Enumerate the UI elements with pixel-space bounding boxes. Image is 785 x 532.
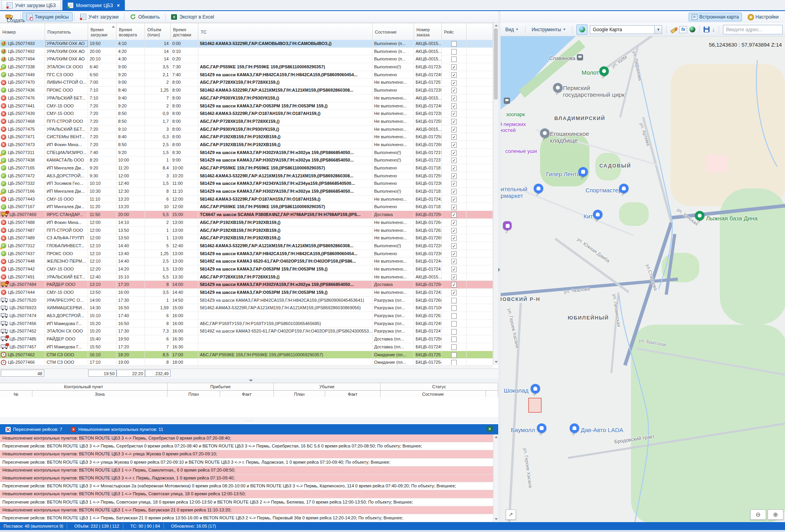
trip-checkbox[interactable] — [451, 344, 457, 350]
table-row[interactable]: ЦБ-25077472АБЗ-ДОРСТРОЙ...9:3012:00310:2… — [0, 172, 493, 180]
trip-checkbox[interactable] — [451, 205, 457, 210]
alert-message[interactable]: Невыполнение контрольных пунктов: BETON … — [0, 450, 498, 458]
toolbar-button-3[interactable]: Учёт загрузки — [76, 12, 122, 21]
save-icon[interactable] — [704, 26, 710, 32]
table-row[interactable]: ЦБ-25077436ПРОКС ООО7:108:401,258:005814… — [0, 86, 493, 94]
alert-message[interactable]: Невыполнение контрольных пунктов: BETON … — [0, 490, 498, 498]
trip-checkbox[interactable] — [451, 80, 457, 86]
trip-checkbox[interactable] — [451, 298, 457, 303]
alert-message[interactable]: Пересечение рейсов: BETON ROUTE ЦБЗ 3 <-… — [0, 442, 498, 450]
table-row[interactable]: ЦБ-25077449ПГС СЗ ООО6:509:202,17:405814… — [0, 71, 493, 79]
table-row[interactable]: ЦБ-25077448ЖЕЛЕЗНО ПЕРМ...12:1014:402,51… — [0, 258, 493, 265]
toolbar-button-4[interactable]: Обновить — [126, 12, 164, 21]
trip-checkbox[interactable] — [451, 336, 457, 342]
table-row[interactable]: ЦБ-25077456ИП Мамедова Г...15:2016:50816… — [0, 320, 493, 328]
column-header-4[interactable]: Времявозврата — [117, 23, 145, 40]
trip-checkbox[interactable] — [451, 72, 457, 78]
table-row[interactable]: ЦБ-25077473ИП Фокин Миха...7:208:502,58:… — [0, 141, 493, 149]
scroll-up-icon[interactable] — [495, 436, 498, 438]
trip-checkbox[interactable] — [451, 352, 457, 358]
shop-pin-dav-avto[interactable] — [570, 423, 579, 433]
chevron-right-icon[interactable] — [498, 268, 500, 272]
export-excel-icon[interactable]: X — [487, 426, 493, 432]
table-row[interactable]: ЦБ-25077462СТМ СЗ ООО16:1018:208,517:00А… — [0, 351, 493, 359]
station-icon[interactable] — [577, 54, 583, 60]
trip-checkbox[interactable] — [451, 158, 457, 163]
panel-splitter[interactable]: ..... — [0, 417, 498, 423]
trip-checkbox[interactable] — [451, 165, 457, 171]
table-row[interactable]: ЦБ-25077338ЭТАЛОН СК ООО6:409:003,57:30А… — [0, 63, 493, 71]
tab-uchet-zagruzki[interactable]: Учёт загрузки ЦБЗ — [2, 0, 61, 10]
tab-monitoring[interactable]: Мониторинг ЦБЗ × — [62, 0, 125, 10]
chevron-down-icon[interactable]: ▼ — [654, 26, 662, 34]
table-row[interactable]: ЦБ-25077485РАЙДЕР ООО15:4019:50616:30Дос… — [0, 335, 493, 343]
toolbar-button-2[interactable]: Текущие рейсы — [23, 12, 73, 21]
trip-checkbox[interactable] — [451, 305, 457, 311]
trip-checkbox[interactable] — [451, 111, 457, 117]
tools-menu[interactable]: Инструменты▼ — [529, 26, 569, 34]
horizontal-splitter[interactable] — [0, 378, 498, 382]
trip-checkbox[interactable] — [451, 49, 457, 55]
embedded-map-toggle[interactable]: Встроенная карта — [689, 13, 742, 21]
scroll-down-icon[interactable] — [495, 518, 498, 520]
column-header-9[interactable]: Номерзаказа — [414, 23, 442, 40]
table-row[interactable]: ЦБ-25077492УРАЛХИМ ОХК АО20:004:20140:10… — [0, 48, 493, 56]
poi-pin-circus[interactable] — [553, 83, 563, 92]
alert-message[interactable]: Невыполнение контрольных пунктов: BETON … — [0, 474, 498, 482]
scroll-down-icon[interactable] — [495, 361, 498, 363]
table-row[interactable]: ЦБ-25077489СЗ АЛЬФА-ГРУПП12:0013:50113:0… — [0, 234, 493, 242]
trip-checkbox[interactable] — [451, 88, 457, 93]
scroll-thumb[interactable] — [494, 28, 498, 100]
poi-pin-cemetery[interactable] — [540, 128, 550, 138]
table-row[interactable]: ЦБ-25077443СМУ-15 ООО11:1013:20612:00581… — [0, 196, 493, 203]
trip-checkbox[interactable] — [451, 220, 457, 226]
trip-checkbox[interactable] — [451, 212, 457, 218]
formula-icon[interactable]: fx — [679, 26, 687, 33]
trip-checkbox[interactable] — [451, 313, 457, 319]
station-icon[interactable] — [504, 98, 510, 104]
poi-pin-ski-base[interactable] — [695, 211, 704, 220]
trip-checkbox[interactable] — [451, 56, 457, 62]
table-row[interactable]: ЦБ-25077491УРАЛЬСКИЙ БЕТ...12:4015:105,5… — [0, 273, 493, 281]
trip-checkbox[interactable] — [451, 290, 457, 295]
alert-message[interactable]: Невыполнение контрольных пунктов: BETON … — [0, 466, 498, 474]
poi-pin-molot[interactable] — [599, 66, 609, 76]
trip-checkbox[interactable] — [451, 360, 457, 365]
measure-icon[interactable] — [670, 26, 677, 33]
close-icon[interactable]: × — [117, 3, 120, 8]
trip-checkbox[interactable] — [451, 189, 457, 194]
table-row[interactable]: ЦБ-25077474АБЗ-ДОРСТРОЙ...15:1017:40616:… — [0, 312, 493, 320]
table-row[interactable]: ЦБ-25077452ЭТАЛОН СК ООО15:2017:307,316:… — [0, 327, 493, 335]
column-header-1[interactable]: Номер — [0, 23, 45, 40]
vertical-scrollbar[interactable] — [493, 23, 499, 365]
table-row[interactable]: ЦБ-25077165ИП Мингалев Дм...9:2011:208,4… — [0, 164, 493, 172]
table-row[interactable]: ЦБ-25077470ЛИВИН-СТРОЙ О...7:009:0028:00… — [0, 79, 493, 86]
shop-pin-stroy-market[interactable] — [534, 184, 543, 193]
table-row[interactable]: ЦБ-25077476УРАЛЬСКИЙ БЕТ...7:109:4078:00… — [0, 94, 493, 102]
trip-checkbox[interactable] — [451, 181, 457, 186]
alert-message[interactable]: Пересечение рейсов: BETON ROUTE ЦБЗ 3 <-… — [0, 482, 498, 490]
table-row[interactable]: ЦБ-25077488ИП Фокин Миха...12:0014:10213… — [0, 219, 493, 227]
column-header-10[interactable]: Рейс — [442, 23, 467, 40]
trip-checkbox[interactable] — [451, 127, 457, 132]
trip-checkbox[interactable] — [451, 150, 457, 156]
shop-pin-sportmaster[interactable] — [619, 184, 629, 193]
table-row[interactable]: ЦБ-25077520УРАЛРЕСУРС О...14:0017:30114:… — [0, 297, 493, 305]
shop-pin-kit[interactable] — [593, 210, 602, 219]
scroll-up-icon[interactable] — [495, 24, 498, 26]
trip-checkbox[interactable] — [451, 251, 457, 257]
trip-checkbox[interactable] — [451, 119, 457, 124]
table-row[interactable]: ЦБ-25077494УРАЛХИМ ОХК АО20:104:30140:20… — [0, 55, 493, 63]
table-row[interactable]: ЦБ-25077444СМУ-15 ООО13:5016:003,514:405… — [0, 289, 493, 297]
map-provider-button[interactable] — [576, 24, 587, 35]
alerts-tab-2[interactable]: Невыполнение контрольных пунктов: 11 — [68, 426, 166, 433]
trip-checkbox[interactable] — [451, 64, 457, 70]
trip-checkbox[interactable] — [451, 197, 457, 202]
column-header-6[interactable]: Времядоставки — [171, 23, 198, 40]
table-row[interactable]: ЦБ-25077466СТМ СЗ ООО17:1019:00818:00Ожи… — [0, 359, 493, 365]
address-input[interactable]: Введите адрес... — [723, 25, 783, 34]
zoom-in-button[interactable]: ⊕ — [768, 509, 783, 520]
trip-checkbox[interactable] — [451, 329, 457, 335]
globe-dark-icon[interactable] — [689, 26, 695, 32]
table-row[interactable]: ЦБ-25077439СМУ-15 ООО7:208:500,98:005814… — [0, 110, 493, 118]
